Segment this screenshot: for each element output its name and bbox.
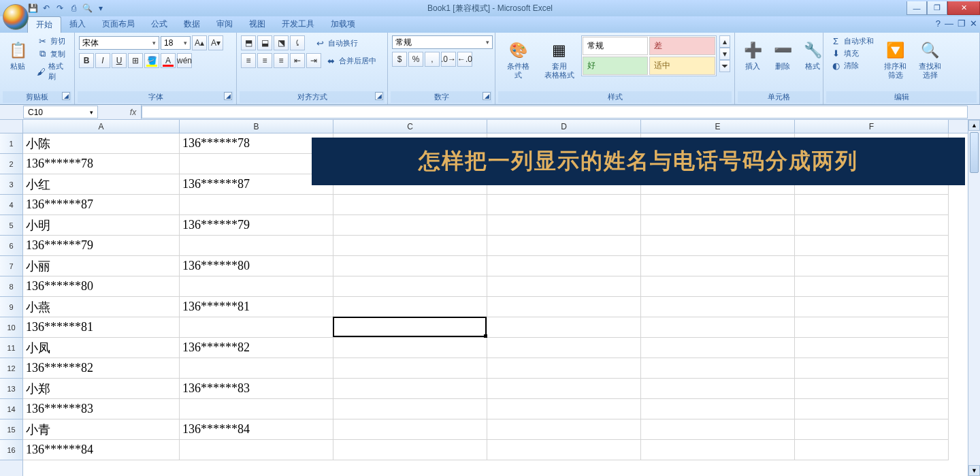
cell-A3[interactable]: 小红 [23, 174, 180, 195]
align-middle-button[interactable]: ⬓ [257, 35, 272, 50]
row-header-3[interactable]: 3 [0, 174, 22, 195]
help-icon[interactable]: ? [936, 18, 941, 29]
increase-decimal-button[interactable]: .0→ [441, 52, 456, 67]
scroll-thumb[interactable] [970, 132, 979, 173]
styles-scroll-up[interactable]: ▴ [719, 35, 730, 48]
cell-styles-gallery[interactable]: 常规 差 好 适中 [581, 35, 717, 76]
format-painter-button[interactable]: 🖌格式刷 [34, 61, 70, 82]
cell-E16[interactable] [641, 440, 795, 460]
font-name-combo[interactable]: 宋体▾ [79, 36, 159, 50]
tab-页面布局[interactable]: 页面布局 [94, 16, 143, 33]
copy-button[interactable]: ⧉复制 [34, 48, 70, 60]
cell-E13[interactable] [641, 379, 795, 399]
maximize-button[interactable]: ❐ [927, 1, 947, 15]
cell-D9[interactable] [487, 297, 641, 317]
cell-A1[interactable]: 小陈 [23, 133, 180, 154]
row-header-9[interactable]: 9 [0, 297, 22, 317]
cell-B5[interactable]: 136******79 [180, 215, 333, 236]
cell-C7[interactable] [333, 256, 487, 276]
align-right-button[interactable]: ≡ [274, 53, 289, 68]
column-header-E[interactable]: E [641, 120, 795, 133]
cell-D16[interactable] [487, 440, 641, 460]
insert-cells-button[interactable]: ➕插入 [739, 35, 766, 74]
find-select-button[interactable]: 🔍查找和 选择 [914, 35, 946, 83]
tab-数据[interactable]: 数据 [176, 16, 208, 33]
cell-A12[interactable]: 136******82 [23, 358, 180, 379]
bold-button[interactable]: B [79, 53, 94, 68]
conditional-formatting-button[interactable]: 🎨条件格式 [500, 35, 538, 83]
cell-A8[interactable]: 136******80 [23, 276, 180, 297]
row-header-2[interactable]: 2 [0, 154, 22, 174]
cell-B12[interactable] [180, 358, 333, 379]
cell-D11[interactable] [487, 338, 641, 358]
format-as-table-button[interactable]: ▦套用 表格格式 [540, 35, 578, 83]
style-good[interactable]: 好 [583, 57, 649, 75]
cell-B13[interactable]: 136******83 [180, 379, 333, 399]
cell-D12[interactable] [487, 358, 641, 379]
cell-A15[interactable]: 小青 [23, 419, 180, 440]
alignment-dialog-launcher[interactable]: ◢ [375, 92, 383, 100]
style-normal[interactable]: 常规 [583, 37, 649, 55]
currency-button[interactable]: $ [392, 52, 407, 67]
row-header-10[interactable]: 10 [0, 317, 22, 338]
cell-C13[interactable] [333, 379, 487, 399]
column-header-F[interactable]: F [795, 120, 949, 133]
scroll-down-button[interactable]: ▼ [968, 465, 980, 476]
cell-D7[interactable] [487, 256, 641, 276]
cell-F10[interactable] [795, 317, 949, 338]
cell-A10[interactable]: 136******81 [23, 317, 180, 338]
row-header-13[interactable]: 13 [0, 379, 22, 399]
cell-B7[interactable]: 136******80 [180, 256, 333, 276]
cell-C9[interactable] [333, 297, 487, 317]
format-cells-button[interactable]: 🔧格式 [799, 35, 826, 74]
cell-F13[interactable] [795, 379, 949, 399]
row-header-16[interactable]: 16 [0, 440, 22, 460]
office-button[interactable] [3, 4, 29, 30]
style-neutral[interactable]: 适中 [649, 57, 715, 75]
cell-A2[interactable]: 136******78 [23, 154, 180, 174]
cell-B8[interactable] [180, 276, 333, 297]
redo-icon[interactable]: ↷ [54, 3, 65, 14]
cell-B3[interactable]: 136******87 [180, 174, 333, 195]
doc-close-button[interactable]: ✕ [970, 18, 977, 29]
cell-C4[interactable] [333, 195, 487, 215]
styles-scroll-down[interactable]: ▾ [719, 48, 730, 60]
cell-A9[interactable]: 小燕 [23, 297, 180, 317]
cell-E10[interactable] [641, 317, 795, 338]
cell-D8[interactable] [487, 276, 641, 297]
tab-公式[interactable]: 公式 [143, 16, 176, 33]
cell-F7[interactable] [795, 256, 949, 276]
tab-开始[interactable]: 开始 [27, 16, 61, 33]
save-icon[interactable]: 💾 [27, 3, 38, 14]
cell-F8[interactable] [795, 276, 949, 297]
preview-icon[interactable]: 🔍 [82, 3, 93, 14]
align-bottom-button[interactable]: ⬔ [274, 35, 289, 50]
tab-插入[interactable]: 插入 [61, 16, 94, 33]
cell-F4[interactable] [795, 195, 949, 215]
cell-E5[interactable] [641, 215, 795, 236]
cell-F6[interactable] [795, 236, 949, 256]
cell-B15[interactable]: 136******84 [180, 419, 333, 440]
tab-开发工具[interactable]: 开发工具 [274, 16, 323, 33]
cell-E7[interactable] [641, 256, 795, 276]
cell-F14[interactable] [795, 399, 949, 419]
cell-A4[interactable]: 136******87 [23, 195, 180, 215]
cell-A13[interactable]: 小郑 [23, 379, 180, 399]
fx-button[interactable]: fx [125, 105, 142, 119]
font-dialog-launcher[interactable]: ◢ [224, 92, 232, 100]
cell-B2[interactable] [180, 154, 333, 174]
cell-D14[interactable] [487, 399, 641, 419]
scroll-up-button[interactable]: ▲ [968, 120, 980, 131]
row-header-15[interactable]: 15 [0, 419, 22, 440]
increase-indent-button[interactable]: ⇥ [306, 53, 321, 68]
cell-E14[interactable] [641, 399, 795, 419]
font-size-combo[interactable]: 18▾ [161, 36, 191, 50]
number-format-combo[interactable]: 常规▾ [392, 35, 493, 49]
number-dialog-launcher[interactable]: ◢ [483, 92, 491, 100]
row-header-6[interactable]: 6 [0, 236, 22, 256]
qat-dropdown-icon[interactable]: ▾ [95, 3, 106, 14]
cell-C10[interactable] [333, 317, 487, 338]
cell-F15[interactable] [795, 419, 949, 440]
cell-F16[interactable] [795, 440, 949, 460]
cell-C16[interactable] [333, 440, 487, 460]
